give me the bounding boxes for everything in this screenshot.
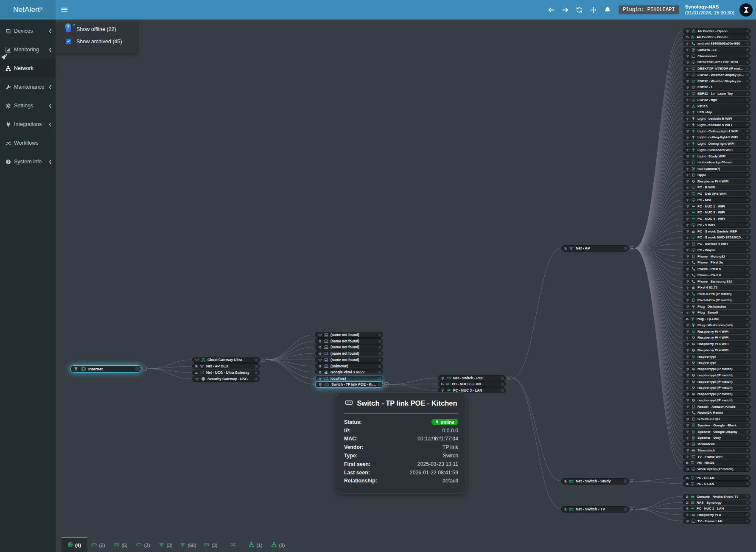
device-node[interactable]: Light - Sideboard WiFi (683, 147, 750, 153)
tab-sitemap-8[interactable]: (1) (244, 537, 267, 552)
device-node[interactable]: PC - Dell XPS WiFi (683, 191, 750, 196)
menu-toggle-icon[interactable] (56, 0, 73, 20)
forward-button[interactable] (558, 0, 572, 20)
sidebar-item-integrations[interactable]: Integrations❮ (0, 115, 56, 134)
tab-switch-3[interactable]: (3) (132, 537, 154, 552)
device-node[interactable]: 2▸PC - NUC 2 - LAN (438, 381, 506, 387)
device-node[interactable]: 2▸Plug - Tp-Link (683, 316, 750, 322)
device-node[interactable]: Raspberry Pi 4 WiFi (683, 347, 750, 353)
device-node[interactable]: Plug - Sonoff (683, 310, 750, 315)
device-node[interactable]: S mum Z-Flip7 (683, 416, 750, 422)
device-node[interactable]: (unknown) (315, 363, 383, 369)
device-node[interactable]: Light - Ceiling-light-1 WiFi (683, 129, 750, 134)
sidebar-item-settings[interactable]: Settings❮ (0, 96, 56, 115)
device-node[interactable]: Plug - Washroom (old) (683, 322, 750, 328)
device-node[interactable]: 5▸VM - NixOS (683, 460, 750, 465)
sidebar-item-system-info[interactable]: System info❮ (0, 152, 56, 171)
collapse-node-button[interactable]: − (630, 479, 634, 483)
collapse-node-button[interactable]: − (261, 358, 265, 362)
device-node[interactable]: ESP32 - 1 (683, 84, 750, 90)
device-node[interactable]: PC - S WiFi (683, 222, 750, 228)
device-node[interactable]: 1▸Net - AP (561, 245, 629, 252)
device-node[interactable]: Speaker - Google - Black (683, 423, 750, 428)
device-node[interactable]: Phone - Samsung S10 (683, 279, 750, 284)
device-node[interactable]: KP115 (683, 104, 750, 109)
device-node[interactable]: Work laptop (IP match) (683, 466, 750, 472)
device-node[interactable]: (name not found) (315, 338, 383, 344)
device-node[interactable]: Raspberry Pi 4 WiFi (683, 341, 750, 347)
device-node[interactable]: ESP32 - Weather Display (w... (683, 78, 750, 84)
device-node[interactable]: Security Gateway - USG (192, 376, 260, 382)
device-node[interactable]: motorola-edge-50-neo (683, 160, 750, 165)
help-icon[interactable]: ? (65, 23, 71, 30)
device-node[interactable]: 1▸Net - Switch - TV (561, 506, 629, 513)
device-node[interactable]: Phone - Pixel 3a (683, 260, 750, 265)
notifications-bell-icon[interactable] (600, 0, 614, 20)
device-node[interactable]: Plug - Dishwasher (683, 304, 750, 309)
device-node[interactable]: TV - Frame LAN (683, 518, 750, 524)
device-node[interactable]: raspberrypi (IP match) (683, 373, 750, 378)
device-node[interactable]: DESKTOP-H71L7GE 1E99 (683, 59, 750, 65)
device-node[interactable]: Net - Switch - POE (438, 375, 506, 381)
device-node[interactable]: Steamdeck (683, 448, 750, 453)
device-node[interactable]: PC - NUC 1 - WiFi (683, 204, 750, 209)
device-node[interactable]: Camera - E1 (683, 47, 750, 53)
device-node[interactable]: 3▸PC - S LAN (683, 481, 750, 487)
collapse-node-button[interactable]: − (507, 376, 511, 380)
device-node[interactable]: Light - bedside B WiFi (683, 116, 750, 121)
refresh-button[interactable] (572, 0, 586, 20)
tab-sitemap-9[interactable]: (8) (267, 537, 289, 552)
device-node[interactable]: null (camera?) (683, 166, 750, 171)
device-node[interactable]: TV - Frame WiFi (683, 454, 750, 460)
tab-switch-2[interactable]: (5) (109, 537, 132, 552)
device-node[interactable]: PC - B WiFi (683, 185, 750, 190)
device-node[interactable]: PC - NUC 4 - WiFi (683, 216, 750, 221)
external-link-icon[interactable]: ↗ (72, 23, 76, 27)
device-node[interactable]: raspberrypi (IP match) (683, 385, 750, 390)
device-node[interactable]: Speaker - Grey (683, 435, 750, 440)
device-node[interactable]: PC - S work Daniels-MBP (683, 229, 750, 234)
collapse-node-button[interactable]: − (143, 367, 147, 371)
device-node[interactable]: 2▸PC - B LAN (683, 475, 750, 481)
tab-switch-6[interactable]: (3) (199, 537, 222, 552)
device-node[interactable]: Raspberry Pi B (683, 512, 750, 518)
device-node[interactable]: Phone - Pixel 6 (683, 266, 750, 272)
device-node[interactable]: 1▸Net - UCG - Ultra Gateway (192, 370, 260, 375)
device-node[interactable]: raspberrypi (IP match) (683, 398, 750, 403)
collapse-node-button[interactable]: − (630, 246, 634, 250)
device-node[interactable]: (name not found) (315, 332, 383, 338)
device-node[interactable]: (name not found) (315, 350, 383, 356)
device-node[interactable]: Raspberry Pi 4 WiFi (683, 329, 750, 334)
device-node[interactable]: PC - Wayne (683, 247, 750, 253)
device-node[interactable]: android-68608b93a00e4690 (683, 41, 750, 46)
device-node[interactable]: Pixel-9-Pro (IP match) (683, 297, 750, 303)
device-node[interactable]: raspberrypi (683, 360, 750, 365)
show-archived-checkbox[interactable]: ✓ (66, 39, 71, 44)
device-node[interactable]: Switch - TP link POE - Kitchen (315, 381, 383, 388)
back-button[interactable] (544, 0, 558, 20)
device-node[interactable]: PC - S work MMD-67082015... (683, 235, 750, 240)
tab-wifi-5[interactable]: (68) (177, 537, 199, 552)
collapse-node-button[interactable]: − (630, 507, 634, 511)
tab-shuffle-7[interactable] (222, 537, 244, 552)
device-node[interactable]: Speaker - Google Display (683, 429, 750, 434)
device-node[interactable]: steamdeck (683, 441, 750, 447)
device-node[interactable]: Light - Study WiFi (683, 154, 750, 159)
device-node[interactable]: Pixel-6 82:72 (683, 285, 750, 290)
device-node[interactable]: Raspberry Pi 4 WiFi (683, 179, 750, 184)
device-node[interactable]: Raspberry Pi 4 WiFi (683, 335, 750, 340)
tab-switch-1[interactable]: (2) (87, 537, 109, 552)
device-node[interactable]: 2▸NAS - Synology (683, 500, 750, 505)
device-node[interactable]: Redmi5A-Redmi (683, 410, 750, 415)
sidebar-item-monitoring[interactable]: Monitoring❮ (0, 40, 56, 59)
device-node[interactable]: (name not found) (315, 344, 383, 350)
update-rocket-icon[interactable] (1, 53, 8, 62)
sidebar-item-workflows[interactable]: Workflows (0, 134, 56, 152)
device-node[interactable]: Light - ceiling-light-2 WiFi (683, 134, 750, 140)
device-node[interactable]: localhost (315, 375, 383, 381)
device-node[interactable]: Phone - Moto g82 (683, 254, 750, 259)
collapse-node-button[interactable]: − (384, 382, 389, 387)
sidebar-item-maintenance[interactable]: Maintenance❮ (0, 78, 56, 96)
device-node[interactable]: DESKTOP-IV7E55M (IP match) (683, 66, 750, 71)
device-node[interactable]: 3▸Net - Switch - Study (561, 478, 629, 485)
